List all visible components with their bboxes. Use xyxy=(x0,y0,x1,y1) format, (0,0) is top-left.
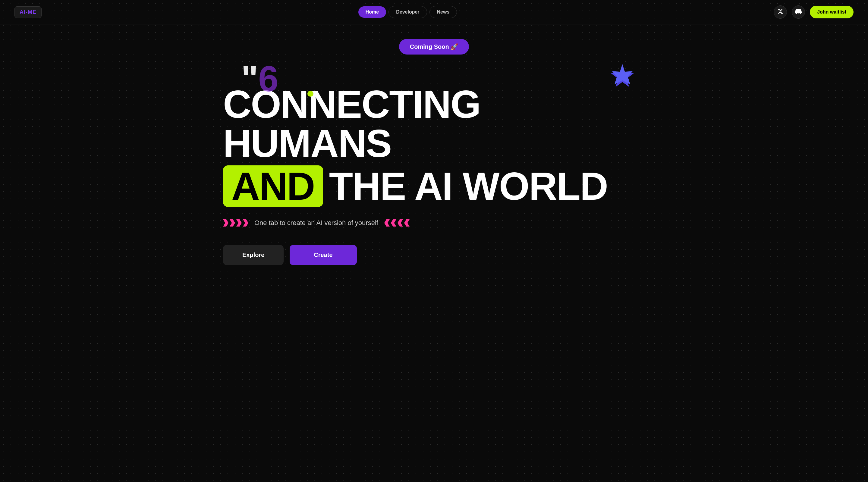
logo-text: AI-ME xyxy=(20,9,36,15)
twitter-button[interactable] xyxy=(774,5,787,19)
chevron-left-decoration xyxy=(223,219,248,227)
nav-right: John waitlist xyxy=(774,5,854,19)
star-icon xyxy=(609,64,636,91)
cta-row: Explore Create xyxy=(223,245,645,265)
explore-button[interactable]: Explore xyxy=(223,245,284,265)
subtitle-text: One tab to create an AI version of yours… xyxy=(254,219,378,227)
chevron-item-2 xyxy=(230,219,235,227)
nav-center: Home Developer News xyxy=(358,6,457,18)
chevron-right-decoration xyxy=(384,219,410,227)
quote-decoration: "6 xyxy=(241,61,278,97)
chevron-right-item-2 xyxy=(391,219,396,227)
chevron-item-3 xyxy=(236,219,242,227)
and-highlight: AND xyxy=(223,165,323,207)
chevron-right-item-4 xyxy=(404,219,410,227)
chevron-right-item-1 xyxy=(384,219,390,227)
chevron-item-4 xyxy=(243,219,248,227)
coming-soon-badge[interactable]: Coming Soon 🚀 xyxy=(399,39,469,55)
hero-line1: CONNECTING HUMANS xyxy=(223,67,645,163)
hero-line2-rest: THE AI WORLD xyxy=(329,167,608,206)
subtitle-row: One tab to create an AI version of yours… xyxy=(223,219,645,227)
nav-home[interactable]: Home xyxy=(358,6,386,18)
create-button[interactable]: Create xyxy=(290,245,356,265)
discord-icon xyxy=(795,8,802,16)
green-dot xyxy=(307,91,313,97)
chevron-item-1 xyxy=(223,219,228,227)
hero-line2: AND THE AI WORLD xyxy=(223,165,645,207)
quote-mark: " xyxy=(241,59,258,99)
navbar: AI-ME Home Developer News John waitlist xyxy=(0,0,868,24)
logo: AI-ME xyxy=(14,6,41,18)
nav-developer[interactable]: Developer xyxy=(389,6,427,18)
chevron-right-item-3 xyxy=(398,219,403,227)
twitter-icon xyxy=(777,8,783,16)
main-content: Coming Soon 🚀 "6 CONNECTING HUMANS AND T… xyxy=(0,24,868,289)
nav-news[interactable]: News xyxy=(430,6,457,18)
quote-number: 6 xyxy=(258,59,278,99)
discord-button[interactable] xyxy=(792,5,805,19)
hero-section: "6 CONNECTING HUMANS AND THE AI WORLD xyxy=(223,67,645,265)
waitlist-button[interactable]: John waitlist xyxy=(810,6,854,19)
star-decoration xyxy=(609,64,636,92)
